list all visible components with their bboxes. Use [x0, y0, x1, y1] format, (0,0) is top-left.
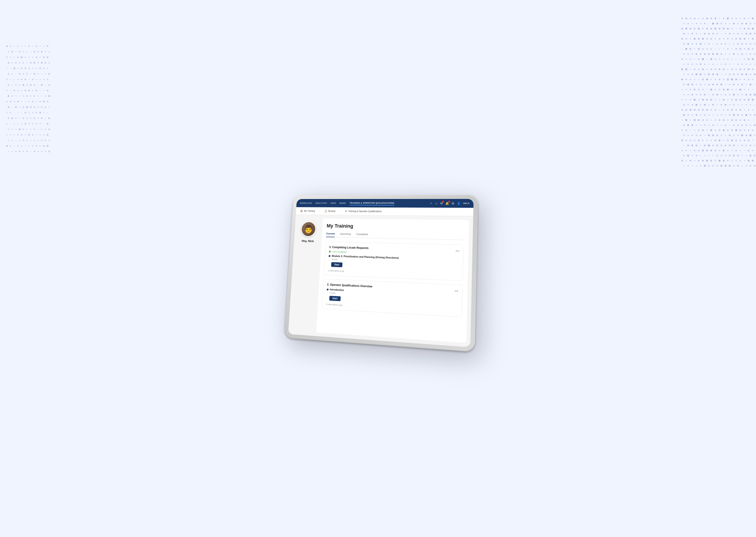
module-name-2: Introduction: [330, 288, 344, 292]
more-options-1[interactable]: •••: [456, 249, 459, 253]
tablet-screen: WORKLOAD ANALYTICS APPS WORK TRAINING & …: [288, 199, 474, 347]
nav-analytics[interactable]: ANALYTICS: [315, 201, 327, 205]
add-icon[interactable]: ＋: [429, 201, 433, 205]
nav-apps[interactable]: APPS: [330, 201, 336, 205]
quals-icon: ⚙: [345, 210, 347, 213]
module-dot-1: [329, 255, 330, 257]
nav-items-left: WORKLOAD ANALYTICS APPS WORK TRAINING & …: [299, 201, 394, 205]
home-icon: 🏠: [300, 210, 303, 212]
card-header-1: 3. Completing Locate Requests 1 item com…: [328, 246, 459, 277]
subnav-training-quals[interactable]: ⚙ Training & Operator Qualifications: [345, 210, 381, 213]
user-greeting: Hey, Nick: [301, 239, 314, 243]
tablet: WORKLOAD ANALYTICS APPS WORK TRAINING & …: [284, 195, 478, 352]
training-card-1: 3. Completing Locate Requests 1 item com…: [324, 242, 463, 281]
module-dot-2: [327, 289, 329, 290]
completed-dot-1: [329, 251, 331, 253]
card-content-2: 2. Operator Qualifications Overview Intr…: [326, 283, 455, 312]
bell-icon[interactable]: 🔔: [445, 202, 449, 205]
subnav-training-quals-label: Training & Operator Qualifications: [348, 210, 381, 213]
nav-separator-1: ›: [319, 210, 320, 213]
subnav-browse[interactable]: 📋 Browse: [324, 210, 336, 213]
start-button-1[interactable]: Start: [331, 262, 342, 267]
subnav-my-training[interactable]: 🏠 My Training: [300, 210, 315, 213]
tab-upcoming[interactable]: Upcoming: [340, 232, 351, 237]
completed-count-1: 1 item completed: [331, 251, 346, 253]
message-icon[interactable]: ✉: [440, 202, 443, 205]
subnav-browse-label: Browse: [328, 210, 336, 212]
help-button[interactable]: HELP: [463, 202, 469, 205]
start-button-2[interactable]: Start: [329, 296, 341, 301]
main-content: 👨 Hey, Nick My Training Current Upcoming…: [288, 215, 473, 347]
bell-badge: [448, 201, 450, 202]
nav-training[interactable]: TRAINING & OPERATOR QUALIFICATIONS: [349, 201, 394, 206]
nav-icons-right: ＋ ☆ ✉ 🔔 ⚙ 👤 HELP: [429, 201, 469, 205]
tabs-container: Current Upcoming Completed: [326, 232, 464, 240]
card-content-1: 3. Completing Locate Requests 1 item com…: [328, 246, 456, 276]
nav-separator-2: ›: [339, 210, 340, 213]
card-header-2: 2. Operator Qualifications Overview Intr…: [326, 283, 458, 313]
tablet-outer: WORKLOAD ANALYTICS APPS WORK TRAINING & …: [284, 195, 478, 352]
page-title: My Training: [326, 223, 464, 231]
top-navigation: WORKLOAD ANALYTICS APPS WORK TRAINING & …: [296, 199, 473, 208]
tab-completed[interactable]: Completed: [356, 233, 368, 238]
more-options-2[interactable]: •••: [455, 289, 458, 293]
items-remaining-2: 3 more items to go: [326, 303, 454, 312]
content-panel: My Training Current Upcoming Completed 3…: [316, 219, 469, 343]
tab-current[interactable]: Current: [326, 232, 335, 237]
user-avatar: 👨: [300, 222, 316, 237]
browse-icon: 📋: [324, 210, 327, 212]
star-icon[interactable]: ☆: [435, 202, 438, 205]
training-card-2: 2. Operator Qualifications Overview Intr…: [322, 279, 462, 317]
items-remaining-1: 2 more items to go: [328, 269, 455, 276]
nav-work[interactable]: WORK: [339, 201, 346, 205]
message-badge: [442, 201, 444, 202]
nav-workload[interactable]: WORKLOAD: [299, 201, 312, 205]
user-icon[interactable]: 👤: [457, 202, 460, 205]
settings-icon[interactable]: ⚙: [451, 202, 454, 205]
subnav-my-training-label: My Training: [304, 210, 315, 212]
